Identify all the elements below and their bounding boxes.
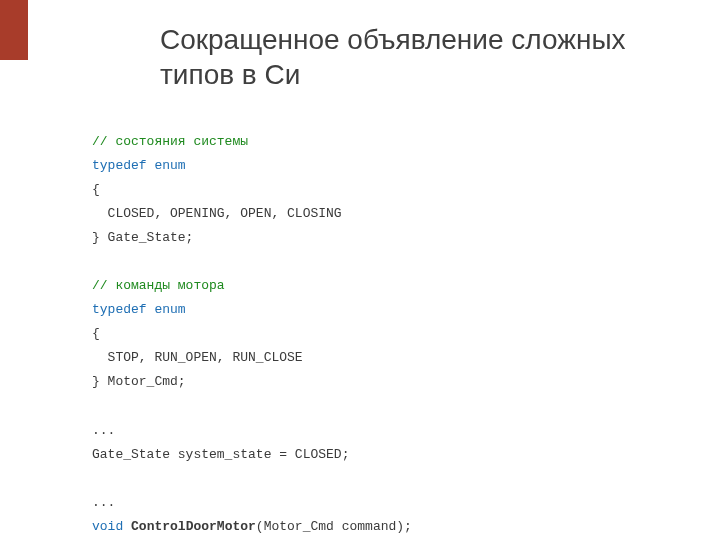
code-comment: // состояния системы xyxy=(92,134,248,149)
code-line: STOP, RUN_OPEN, RUN_CLOSE xyxy=(92,350,303,365)
function-name: ControlDoorMotor xyxy=(131,519,256,534)
slide: Сокращенное объявление сложных типов в С… xyxy=(0,0,720,540)
slide-title: Сокращенное объявление сложных типов в С… xyxy=(160,22,680,92)
code-line: CLOSED, OPENING, OPEN, CLOSING xyxy=(92,206,342,221)
code-block: // состояния системы typedef enum { CLOS… xyxy=(92,130,412,539)
code-line: (Motor_Cmd command); xyxy=(256,519,412,534)
code-comment: // команды мотора xyxy=(92,278,225,293)
code-line: { xyxy=(92,326,100,341)
accent-bar xyxy=(0,0,28,60)
code-keyword: void xyxy=(92,519,123,534)
code-line: ... xyxy=(92,423,115,438)
code-keyword: typedef enum xyxy=(92,302,186,317)
code-line: } Gate_State; xyxy=(92,230,193,245)
code-keyword: typedef enum xyxy=(92,158,186,173)
code-line: } Motor_Cmd; xyxy=(92,374,186,389)
code-line: ... xyxy=(92,495,115,510)
code-line: { xyxy=(92,182,100,197)
code-line: Gate_State system_state = CLOSED; xyxy=(92,447,349,462)
